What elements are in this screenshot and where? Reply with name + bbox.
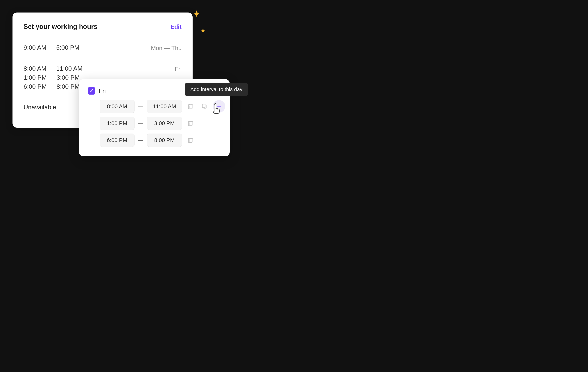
add-interval-button[interactable]: + <box>213 100 225 113</box>
time-slots-mon-thu: 9:00 AM — 5:00 PM <box>23 44 79 51</box>
trash-icon-1 <box>188 104 193 109</box>
dash-1: — <box>137 103 144 109</box>
unavailable-label: Unavailable <box>23 104 56 111</box>
copy-interval-1-button[interactable] <box>199 101 210 112</box>
dash-2: — <box>137 120 144 126</box>
end-time-2[interactable]: 3:00 PM <box>147 117 182 130</box>
delete-interval-2-button[interactable] <box>185 118 196 129</box>
dash-3: — <box>137 137 144 143</box>
fri-checkbox[interactable]: ✓ <box>88 87 95 95</box>
sparkle-1: ✦ <box>193 9 201 19</box>
edit-panel: ✓ Fri 8:00 AM — 11:00 AM <box>79 79 230 156</box>
interval-rows: 8:00 AM — 11:00 AM + <box>100 100 221 147</box>
time-range-fri-2: 1:00 PM — 3:00 PM <box>23 74 83 81</box>
card-title: Set your working hours <box>23 23 97 31</box>
start-time-2[interactable]: 1:00 PM <box>100 117 135 130</box>
start-time-3[interactable]: 6:00 PM <box>100 133 135 147</box>
svg-rect-0 <box>189 105 192 109</box>
trash-icon-2 <box>188 120 193 126</box>
interval-row-3: 6:00 PM — 8:00 PM <box>100 133 221 147</box>
trash-icon-3 <box>188 137 193 143</box>
svg-rect-6 <box>189 122 192 126</box>
fri-day-name: Fri <box>99 88 106 94</box>
plus-icon: + <box>217 103 221 110</box>
end-time-1[interactable]: 11:00 AM <box>147 100 182 113</box>
svg-rect-10 <box>189 139 192 142</box>
time-slots-fri: 8:00 AM — 11:00 AM 1:00 PM — 3:00 PM 6:0… <box>23 65 83 90</box>
delete-interval-1-button[interactable] <box>185 101 196 112</box>
start-time-1[interactable]: 8:00 AM <box>100 100 135 113</box>
day-label-fri: Fri <box>175 65 181 73</box>
sparkle-2: ✦ <box>200 27 206 35</box>
svg-rect-5 <box>202 104 205 108</box>
schedule-row-mon-thu: 9:00 AM — 5:00 PM Mon — Thu <box>23 37 181 58</box>
time-range-fri-3: 6:00 PM — 8:00 PM <box>23 83 83 90</box>
card-header: Set your working hours Edit <box>23 23 181 31</box>
day-label-mon-thu: Mon — Thu <box>151 44 181 52</box>
time-range-mon-thu: 9:00 AM — 5:00 PM <box>23 44 79 51</box>
checkbox-checkmark: ✓ <box>90 88 93 93</box>
interval-row-1: 8:00 AM — 11:00 AM + <box>100 100 221 113</box>
end-time-3[interactable]: 8:00 PM <box>147 133 182 147</box>
delete-interval-3-button[interactable] <box>185 135 196 146</box>
time-range-fri-1: 8:00 AM — 11:00 AM <box>23 65 83 72</box>
time-slots-unavailable: Unavailable <box>23 104 56 111</box>
fri-checkbox-container: ✓ Fri <box>88 87 106 95</box>
fri-header-row: ✓ Fri <box>88 87 221 95</box>
interval-row-2: 1:00 PM — 3:00 PM <box>100 117 221 130</box>
edit-button[interactable]: Edit <box>170 23 181 30</box>
copy-icon-1 <box>202 104 207 109</box>
